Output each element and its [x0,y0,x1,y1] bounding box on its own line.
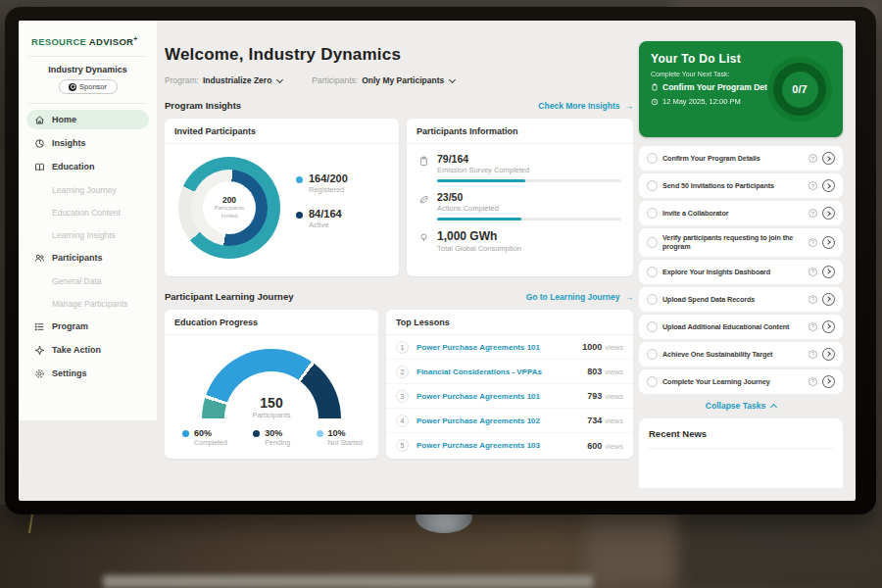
legend-dot [317,430,323,437]
recent-news-card: Recent News [639,418,843,488]
task-checkbox[interactable] [647,180,658,191]
sidebar-item-take-action[interactable]: Take Action [26,340,149,360]
lesson-link[interactable]: Power Purchase Agreements 101 [416,392,579,401]
sidebar-item-label: Home [52,115,76,124]
sidebar-item-education[interactable]: Education [26,157,149,176]
go-to-learning-journey-link[interactable]: Go to Learning Journey → [526,292,633,302]
task-open-button[interactable] [822,236,835,249]
legend-label: Active [309,220,342,229]
stat-row: 1,000 GWh Total Global Consumption [418,229,621,253]
check-more-insights-link[interactable]: Check More Insights → [538,101,633,111]
task-row[interactable]: Upload Additional Educational Content ? [639,315,843,339]
stat-label: Actions Completed [437,204,621,213]
sidebar-item-label: General Data [52,276,102,286]
ring-band: 0/7 [773,63,826,116]
brand-primary: RESOURCE [31,36,86,47]
task-checkbox[interactable] [647,321,658,332]
lesson-link[interactable]: Power Purchase Agreements 101 [416,343,574,352]
task-checkbox[interactable] [647,153,658,164]
sidebar-nav: Home Insights Education Learning Journey… [19,104,157,383]
sidebar-item-participants[interactable]: Participants [26,248,149,268]
page-title: Welcome, Industry Dynamics [165,45,633,65]
main-content: Welcome, Industry Dynamics Program: Indu… [165,21,633,501]
arrow-right-icon: → [625,101,634,111]
clock-icon [651,98,659,106]
task-list: Confirm Your Program Details ? Send 50 I… [639,146,843,394]
info-icon[interactable]: ? [808,268,817,276]
task-checkbox[interactable] [647,208,658,219]
brand-logo: RESOURCE ADVISOR+ [19,30,157,56]
clipboard-icon [418,156,429,167]
task-checkbox[interactable] [647,267,658,277]
task-checkbox[interactable] [647,376,658,387]
task-open-button[interactable] [822,293,835,306]
participants-dropdown[interactable]: Participants: Only My Participants [312,75,455,85]
card-title: Education Progress [165,310,378,335]
participants-label: Participants: [312,75,358,85]
sidebar-item-insights[interactable]: Insights [26,133,149,153]
task-row[interactable]: Achieve One Sustainability Target ? [639,342,843,367]
collapse-tasks-link[interactable]: Collapse Tasks [639,401,843,411]
sidebar-item-learning-journey[interactable]: Learning Journey [26,180,149,199]
sidebar-item-label: Education [52,162,95,172]
link-label: Go to Learning Journey [526,292,620,302]
lesson-rank: 4 [396,415,409,427]
info-icon[interactable]: ? [808,154,817,163]
sidebar-item-label: Settings [52,368,87,378]
info-icon[interactable]: ? [808,322,817,331]
task-checkbox[interactable] [647,237,658,248]
brand-plus: + [133,35,137,42]
info-icon[interactable]: ? [808,209,817,218]
info-icon[interactable]: ? [808,295,817,304]
task-open-button[interactable] [822,152,835,165]
task-row[interactable]: Upload Spend Data Records ? [639,287,843,312]
info-icon[interactable]: ? [808,238,817,247]
info-icon[interactable]: ? [808,181,817,190]
sidebar-item-label: Education Content [52,208,121,218]
sidebar-item-learning-insights[interactable]: Learning Insights [26,225,149,244]
brand-secondary: ADVISOR [89,36,133,47]
task-checkbox[interactable] [647,349,658,360]
lesson-link[interactable]: Power Purchase Agreements 102 [416,416,579,425]
card-title: Top Lessons [386,310,633,335]
lightbulb-icon [418,232,429,243]
task-open-button[interactable] [822,207,835,220]
progress-track [437,179,621,182]
lesson-link[interactable]: Power Purchase Agreements 103 [416,441,579,450]
task-row[interactable]: Send 50 Invitations to Participants ? [639,173,843,198]
sponsor-icon [69,83,76,91]
task-row[interactable]: Verify participants requesting to join t… [639,228,843,257]
program-dropdown[interactable]: Program: Industrialize Zero [165,75,282,85]
lesson-rank: 2 [396,366,409,378]
lesson-views: 1000views [582,342,623,352]
donut-chart-area: 200 Participants Invited 164/200 Registe… [165,144,399,259]
info-icon[interactable]: ? [808,377,817,386]
sidebar-item-education-content[interactable]: Education Content [26,203,149,221]
task-row[interactable]: Explore Your Insights Dashboard ? [639,260,843,284]
task-row[interactable]: Complete Your Learning Journey ? [639,369,843,394]
task-open-button[interactable] [822,266,835,278]
views-count: 803 [587,367,602,376]
task-row[interactable]: Invite a Collaborator ? [639,201,843,225]
sidebar-item-settings[interactable]: Settings [26,364,149,383]
task-open-button[interactable] [822,348,835,361]
task-open-button[interactable] [822,320,835,333]
sidebar-item-home[interactable]: Home [26,110,149,129]
sponsor-badge[interactable]: Sponsor [59,79,118,94]
section-title: Participant Learning Journey [165,291,293,302]
task-open-button[interactable] [822,179,835,192]
sidebar-item-general-data[interactable]: General Data [26,271,149,290]
sidebar-item-manage-participants[interactable]: Manage Participants [26,294,149,313]
program-insights-header: Program Insights Check More Insights → [165,100,633,111]
chevron-right-icon [825,156,831,162]
progress-fill [437,218,521,220]
task-row[interactable]: Confirm Your Program Details ? [639,146,843,171]
sidebar-item-program[interactable]: Program [26,317,149,336]
lesson-link[interactable]: Financial Considerations - VPPAs [416,368,579,376]
task-checkbox[interactable] [647,294,658,305]
task-open-button[interactable] [822,375,835,388]
donut-legend: 164/200 Registered 84/164 Active [296,172,348,243]
task-label: Complete Your Learning Journey [662,377,804,386]
info-icon[interactable]: ? [808,350,817,359]
task-label: Achieve One Sustainability Target [662,350,804,359]
